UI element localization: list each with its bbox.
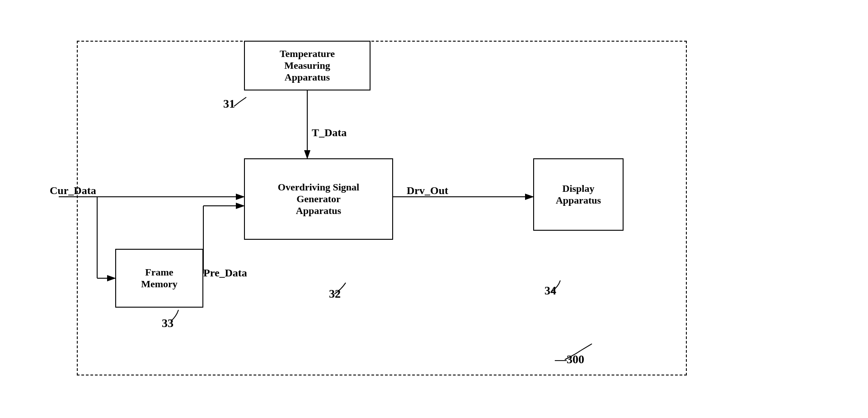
- ref-34-label: 34: [544, 284, 556, 298]
- display-label: DisplayApparatus: [556, 183, 601, 206]
- ref-300-label: ―300: [555, 353, 584, 366]
- temperature-label: TemperatureMeasuringApparatus: [280, 48, 335, 83]
- pre-data-label: Pre_Data: [203, 267, 247, 279]
- temperature-box: TemperatureMeasuringApparatus: [244, 41, 371, 90]
- ref-31-label: 31: [223, 97, 235, 111]
- ref-33-label: 33: [162, 317, 174, 330]
- display-apparatus-box: DisplayApparatus: [533, 158, 624, 231]
- frame-memory-box: FrameMemory: [115, 249, 203, 308]
- cur-data-label: Cur_Data: [50, 185, 96, 197]
- frame-memory-label: FrameMemory: [141, 266, 178, 290]
- diagram-container: TemperatureMeasuringApparatus Overdrivin…: [18, 14, 849, 403]
- overdrive-box: Overdriving SignalGeneratorApparatus: [244, 158, 393, 240]
- overdrive-label: Overdriving SignalGeneratorApparatus: [278, 181, 359, 217]
- ref-32-label: 32: [329, 287, 341, 301]
- diagram-inner: TemperatureMeasuringApparatus Overdrivin…: [50, 27, 818, 389]
- t-data-label: T_Data: [312, 127, 347, 139]
- drv-out-label: Drv_Out: [407, 185, 448, 197]
